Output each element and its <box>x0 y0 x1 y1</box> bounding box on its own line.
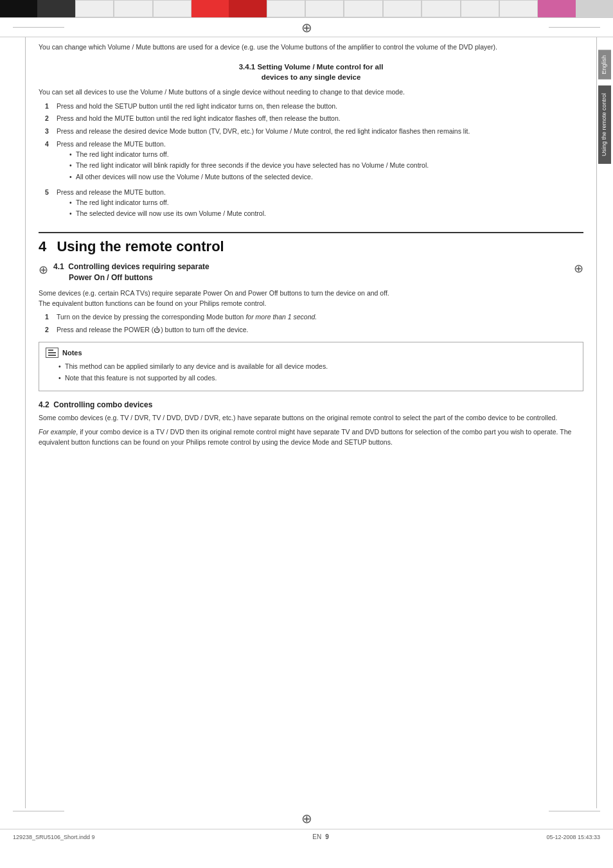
left-border <box>25 37 26 808</box>
notes-header: Notes <box>46 348 576 358</box>
step-1: 1 Press and hold the SETUP button until … <box>45 102 583 112</box>
step-4-bullets: The red light indicator turns off. The r… <box>57 150 429 182</box>
chapter-divider <box>39 232 583 233</box>
main-content: You can change which Volume / Mute butto… <box>32 37 596 808</box>
notes-icon <box>46 348 58 358</box>
bottom-reg-marks: ⊕ <box>0 808 613 829</box>
color-seg-7 <box>267 0 305 17</box>
color-seg-12 <box>461 0 499 17</box>
color-seg-8 <box>305 0 344 17</box>
section-41-steps: 1 Turn on the device by pressing the cor… <box>39 312 583 335</box>
bullet-2: The red light indicator will blink rapid… <box>69 161 429 171</box>
color-seg-magenta <box>538 0 575 17</box>
en-label: EN <box>312 833 321 840</box>
sidebar-english-tab: English <box>598 50 611 80</box>
color-seg-red <box>229 0 266 17</box>
section-42-heading: 4.2 Controlling combo devices <box>39 400 583 409</box>
color-seg-3 <box>75 0 114 17</box>
color-seg-4 <box>114 0 152 17</box>
step-4: 4 Press and release the MUTE button. The… <box>45 139 583 185</box>
page-number: 9 <box>325 833 329 840</box>
color-seg-gray <box>576 0 613 17</box>
notes-box: Notes This method can be applied similar… <box>39 342 583 392</box>
footer-area: ⊕ 129238_SRU5106_Short.indd 9 EN 9 05-12… <box>0 808 613 844</box>
section-341-intro: You can set all devices to use the Volum… <box>39 87 583 98</box>
chapter-4-heading: 4 Using the remote control <box>39 238 583 255</box>
section-341-steps: 1 Press and hold the SETUP button until … <box>39 102 583 222</box>
section-341-heading: 3.4.1 Setting Volume / Mute control for … <box>39 62 583 82</box>
page-footer: 129238_SRU5106_Short.indd 9 EN 9 05-12-2… <box>0 829 613 844</box>
bullet-5-1: The red light indicator turns off. <box>69 198 266 208</box>
reg-mark-center: ⊕ <box>301 20 312 35</box>
right-rule <box>549 27 600 28</box>
reg-mark-right-41: ⊕ <box>574 261 583 276</box>
section-42-body2: For example, if your combo device is a T… <box>39 427 583 448</box>
bottom-reg-mark: ⊕ <box>301 811 312 826</box>
notes-bullets: This method can be applied similarly to … <box>46 362 576 384</box>
color-seg-pink <box>191 0 229 17</box>
step-5: 5 Press and release the MUTE button. The… <box>45 188 583 222</box>
bullet-3: All other devices will now use the Volum… <box>69 172 429 182</box>
color-seg-10 <box>383 0 422 17</box>
color-seg-13 <box>499 0 538 17</box>
color-seg-11 <box>422 0 460 17</box>
section-42: 4.2 Controlling combo devices Some combo… <box>39 400 583 447</box>
reg-marks-row: ⊕ <box>0 18 613 37</box>
footer-filename-right: 05-12-2008 15:43:33 <box>546 834 600 840</box>
bottom-right-rule <box>549 811 600 811</box>
section-42-body1: Some combo devices (e.g. TV / DVR, TV / … <box>39 413 583 423</box>
bottom-left-rule <box>13 811 64 811</box>
intro-paragraph: You can change which Volume / Mute butto… <box>39 42 583 53</box>
section-41-intro: Some devices (e.g. certain RCA TVs) requ… <box>39 288 583 309</box>
step-41-1: 1 Turn on the device by pressing the cor… <box>45 312 583 323</box>
section-41-title: 4.1 Controlling devices requiring separa… <box>53 261 209 283</box>
step-3: 3 Press and release the desired device M… <box>45 127 583 137</box>
right-border <box>596 37 597 808</box>
page-number-area: EN 9 <box>312 833 328 840</box>
reg-mark-left-41: ⊕ <box>39 263 48 277</box>
bullet-5-2: The selected device will now use its own… <box>69 209 266 219</box>
content-area: You can change which Volume / Mute butto… <box>0 37 613 808</box>
color-seg-9 <box>344 0 382 17</box>
section-41-header-row: ⊕ 4.1 Controlling devices requiring sepa… <box>39 261 583 283</box>
note-2: Note that this feature is not supported … <box>58 373 576 384</box>
section-41-title-block: 4.1 Controlling devices requiring separa… <box>53 261 209 283</box>
step-41-2: 2 Press and release the POWER (⏻) button… <box>45 325 583 335</box>
note-1: This method can be applied similarly to … <box>58 362 576 372</box>
top-color-bar <box>0 0 613 18</box>
left-rule <box>13 27 64 28</box>
notes-title: Notes <box>62 349 82 357</box>
color-seg-2 <box>37 0 75 17</box>
color-seg-5 <box>153 0 191 17</box>
sidebar-using-tab: Using the remote control <box>598 85 611 164</box>
step-2: 2 Press and hold the MUTE button until t… <box>45 114 583 124</box>
step-5-bullets: The red light indicator turns off. The s… <box>57 198 266 220</box>
footer-filename-left: 129238_SRU5106_Short.indd 9 <box>13 834 95 840</box>
bullet-1: The red light indicator turns off. <box>69 150 429 160</box>
right-sidebar: English Using the remote control <box>596 37 613 808</box>
color-seg-1 <box>0 0 37 17</box>
